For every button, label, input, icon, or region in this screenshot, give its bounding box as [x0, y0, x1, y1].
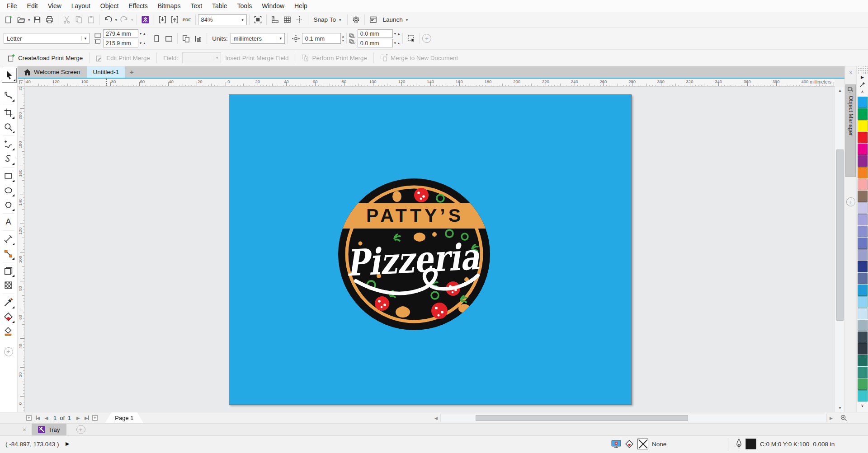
add-tray-item-button[interactable]: +: [76, 425, 85, 434]
palette-eyedropper-icon[interactable]: [857, 81, 868, 88]
options-gear-icon[interactable]: [350, 14, 362, 26]
import-icon[interactable]: [156, 14, 169, 26]
palette-swatch[interactable]: [858, 226, 868, 237]
palette-swatch[interactable]: [858, 202, 868, 214]
palette-swatch[interactable]: [858, 296, 868, 308]
launch-button[interactable]: Launch ▾: [379, 14, 412, 26]
open-dropdown-icon[interactable]: ▾: [27, 18, 31, 22]
shape-tool[interactable]: [1, 89, 15, 103]
customize-propbar-button[interactable]: +: [422, 34, 431, 43]
docker-close-icon[interactable]: ×: [847, 68, 855, 76]
page-width-spinner[interactable]: ▾ ▴: [138, 32, 146, 36]
last-page-button[interactable]: ▶: [82, 413, 91, 422]
units-combo[interactable]: millimeters ▾: [231, 33, 285, 44]
duplicate-x-spinner[interactable]: ▾ ▴: [393, 32, 400, 36]
zoom-level-combo[interactable]: 84% ▾: [198, 14, 247, 25]
page[interactable]: PATTY’S Pizzeria: [229, 94, 632, 405]
horizontal-ruler[interactable]: millimeters 1401201008060402002040608010…: [25, 79, 835, 87]
palette-swatch[interactable]: [858, 355, 868, 366]
drop-shadow-tool[interactable]: [1, 264, 15, 278]
palette-drag-area[interactable]: [857, 66, 868, 74]
menu-table[interactable]: Table: [207, 0, 232, 12]
palette-scroll-up-icon[interactable]: ∧: [857, 88, 868, 95]
tray-tab[interactable]: Tray: [32, 424, 66, 436]
interactive-fill-tool[interactable]: [1, 310, 15, 324]
palette-swatch[interactable]: [858, 167, 868, 178]
snap-to-button[interactable]: Snap To ▾: [311, 14, 345, 26]
rectangle-tool[interactable]: [1, 169, 15, 183]
add-page-start-button[interactable]: [25, 413, 33, 422]
nudge-spinner[interactable]: ▴▾: [341, 33, 344, 44]
palette-swatch[interactable]: [858, 214, 868, 225]
menu-effects[interactable]: Effects: [123, 0, 153, 12]
palette-scroll-down-icon[interactable]: ∨: [857, 402, 868, 409]
tab-welcome-screen[interactable]: Welcome Screen: [18, 66, 87, 78]
palette-swatch[interactable]: [858, 249, 868, 261]
tray-close-icon[interactable]: ×: [20, 425, 29, 434]
portrait-orientation-icon[interactable]: [151, 33, 163, 45]
undo-dropdown-icon[interactable]: ▾: [114, 18, 118, 22]
palette-swatch[interactable]: [858, 308, 868, 319]
drawing-canvas[interactable]: PATTY’S Pizzeria: [25, 87, 835, 412]
pizzeria-logo[interactable]: PATTY’S Pizzeria: [335, 175, 493, 333]
palette-swatch[interactable]: [858, 97, 868, 108]
menu-help[interactable]: Help: [289, 0, 312, 12]
landscape-orientation-icon[interactable]: [163, 33, 175, 45]
page-width-field[interactable]: 279.4 mm ▾ ▴: [103, 29, 146, 38]
menu-layout[interactable]: Layout: [66, 0, 95, 12]
duplicate-y-spinner[interactable]: ▾ ▴: [393, 41, 400, 45]
zoom-to-fit-icon[interactable]: [840, 413, 848, 422]
tab-untitled-1[interactable]: Untitled-1: [87, 66, 126, 78]
new-document-icon[interactable]: [3, 14, 15, 26]
scroll-up-icon[interactable]: ▲: [835, 87, 845, 94]
palette-swatch[interactable]: [858, 320, 868, 331]
fullscreen-preview-icon[interactable]: [252, 14, 264, 26]
menu-bitmaps[interactable]: Bitmaps: [153, 0, 186, 12]
palette-swatch[interactable]: [858, 332, 868, 343]
page-1-tab[interactable]: Page 1: [105, 412, 143, 423]
vertical-ruler[interactable]: 220200180160140120100806040200: [18, 87, 25, 412]
freehand-tool[interactable]: [1, 137, 15, 151]
save-icon[interactable]: [31, 14, 43, 26]
nudge-distance-field[interactable]: 0.1 mm: [302, 33, 341, 44]
ruler-origin-corner[interactable]: [18, 79, 25, 87]
palette-swatch[interactable]: [858, 120, 868, 131]
show-guidelines-icon[interactable]: [293, 14, 306, 26]
menu-edit[interactable]: Edit: [22, 0, 43, 12]
undo-icon[interactable]: [102, 14, 114, 26]
all-pages-icon[interactable]: [180, 33, 192, 45]
page-size-combo[interactable]: Letter ▾: [4, 33, 90, 44]
horizontal-scrollbar-track[interactable]: [440, 414, 827, 422]
transparency-tool[interactable]: [1, 278, 15, 292]
palette-swatch[interactable]: [858, 390, 868, 402]
units-dropdown-icon[interactable]: ▾: [277, 36, 284, 41]
add-page-end-button[interactable]: [91, 413, 99, 422]
zoom-tool[interactable]: [1, 120, 15, 134]
scroll-left-icon[interactable]: ◀: [432, 414, 440, 423]
horizontal-scrollbar[interactable]: ◀ ▶: [432, 414, 835, 422]
show-rulers-icon[interactable]: [269, 14, 281, 26]
palette-swatch[interactable]: [858, 191, 868, 202]
color-eyedropper-tool[interactable]: [1, 295, 15, 309]
page-height-spinner[interactable]: ▾ ▴: [138, 41, 146, 45]
pick-tool[interactable]: [2, 68, 16, 82]
palette-flyout-icon[interactable]: ▶: [857, 74, 868, 81]
publish-pdf-icon[interactable]: PDF: [181, 14, 193, 26]
add-docker-button[interactable]: +: [846, 197, 855, 206]
previous-page-button[interactable]: ◀: [42, 413, 51, 422]
open-icon[interactable]: [15, 14, 27, 26]
color-proof-icon[interactable]: [611, 440, 621, 448]
search-content-icon[interactable]: [139, 14, 151, 26]
page-size-dropdown-icon[interactable]: ▾: [81, 36, 89, 41]
menu-text[interactable]: Text: [185, 0, 207, 12]
palette-swatch[interactable]: [858, 155, 868, 167]
launch-panel-icon[interactable]: [367, 14, 379, 26]
smart-fill-tool[interactable]: [1, 324, 15, 338]
scroll-down-icon[interactable]: ▼: [835, 404, 845, 412]
palette-swatch[interactable]: [858, 273, 868, 284]
vertical-scrollbar[interactable]: ▲ ▼: [835, 87, 844, 412]
horizontal-scrollbar-thumb[interactable]: [476, 415, 688, 421]
menu-view[interactable]: View: [43, 0, 66, 12]
palette-swatch[interactable]: [858, 343, 868, 355]
palette-swatch[interactable]: [858, 378, 868, 390]
